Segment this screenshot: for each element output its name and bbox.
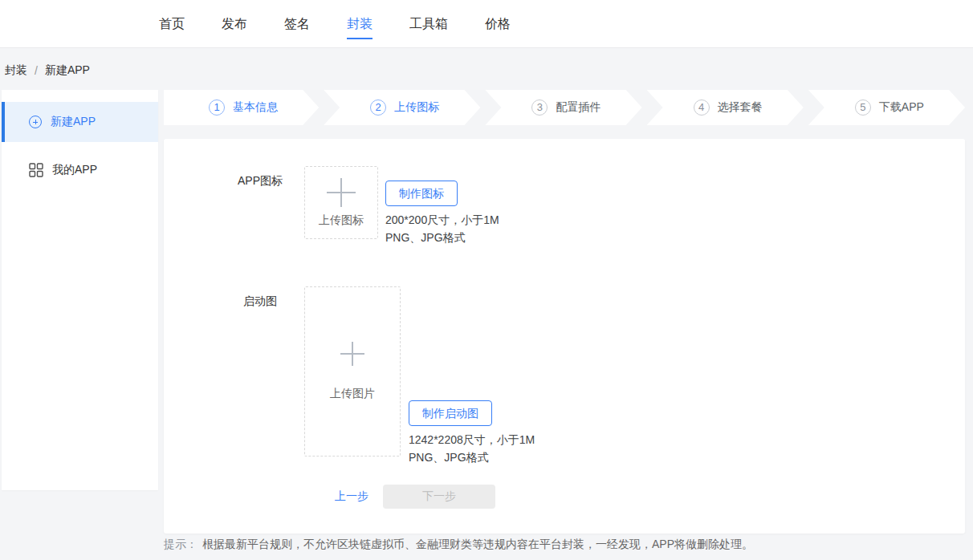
step-number-badge: 4 [694, 99, 710, 116]
app-icon-hint-size: 200*200尺寸，小于1M [385, 211, 499, 229]
upload-image-text: 上传图片 [330, 387, 375, 401]
nav-item-home[interactable]: 首页 [159, 16, 185, 33]
next-step-button[interactable]: 下一步 [383, 485, 495, 509]
breadcrumb-current: 新建APP [45, 63, 90, 78]
step-label: 选择套餐 [718, 100, 763, 115]
upload-icon-text: 上传图标 [319, 213, 364, 228]
plus-icon [327, 178, 356, 207]
splash-hint-format: PNG、JPG格式 [409, 448, 535, 466]
step-configure-plugin: 3 配置插件 [485, 90, 641, 125]
step-number-badge: 1 [209, 99, 225, 116]
splash-hint: 1242*2208尺寸，小于1M PNG、JPG格式 [409, 431, 535, 466]
splash-label: 启动图 [234, 294, 286, 309]
app-icon-label: APP图标 [234, 174, 286, 189]
step-number-badge: 3 [531, 99, 548, 116]
breadcrumb-separator: / [35, 64, 38, 77]
splash-upload-box[interactable]: 上传图片 [304, 286, 401, 457]
step-download-app: 5 下载APP [808, 90, 965, 125]
circle-plus-icon [29, 116, 42, 128]
sidebar-item-label: 我的APP [52, 163, 97, 177]
prev-step-link[interactable]: 上一步 [335, 489, 368, 504]
nav-item-package[interactable]: 封装 [347, 16, 373, 33]
step-label: 上传图标 [394, 100, 439, 115]
footer-tip: 提示：根据最新平台规则，不允许区块链虚拟币、金融理财类等违规内容在平台封装，一经… [164, 538, 753, 552]
step-select-plan: 4 选择套餐 [647, 90, 804, 125]
top-header: 首页 发布 签名 封装 工具箱 价格 [0, 0, 973, 48]
sidebar-item-label: 新建APP [51, 115, 96, 129]
sidebar: 新建APP 我的APP [2, 90, 158, 490]
make-splash-button[interactable]: 制作启动图 [409, 400, 492, 426]
nav-item-toolbox[interactable]: 工具箱 [409, 16, 448, 33]
app-icon-upload-box[interactable]: 上传图标 [304, 166, 378, 239]
main-nav: 首页 发布 签名 封装 工具箱 价格 [159, 0, 511, 48]
nav-item-sign[interactable]: 签名 [284, 16, 310, 33]
step-label: 下载APP [879, 100, 924, 115]
form-panel: APP图标 上传图标 制作图标 200*200尺寸，小于1M PNG、JPG格式… [164, 139, 965, 534]
footer-tip-label: 提示： [164, 538, 197, 550]
app-icon-hint-format: PNG、JPG格式 [385, 229, 499, 246]
footer-tip-text: 根据最新平台规则，不允许区块链虚拟币、金融理财类等违规内容在平台封装，一经发现，… [202, 538, 753, 550]
plus-icon [340, 342, 364, 366]
wizard-actions: 上一步 下一步 [335, 485, 495, 509]
step-wizard: 1 基本信息 2 上传图标 3 配置插件 4 选择套餐 5 下载APP [164, 90, 965, 125]
make-icon-button[interactable]: 制作图标 [385, 181, 458, 206]
app-icon-hint: 200*200尺寸，小于1M PNG、JPG格式 [385, 211, 499, 246]
step-number-badge: 5 [855, 99, 871, 116]
nav-item-price[interactable]: 价格 [485, 16, 511, 33]
step-number-badge: 2 [370, 99, 386, 116]
breadcrumb: 封装 / 新建APP [5, 63, 90, 78]
sidebar-item-new-app[interactable]: 新建APP [2, 102, 158, 142]
step-label: 基本信息 [233, 100, 278, 115]
nav-item-publish[interactable]: 发布 [222, 16, 247, 33]
app-packaging-page: 首页 发布 签名 封装 工具箱 价格 封装 / 新建APP 新建APP [0, 0, 973, 560]
sidebar-item-my-app[interactable]: 我的APP [2, 150, 158, 190]
grid-icon [29, 163, 43, 177]
step-label: 配置插件 [556, 100, 600, 115]
main-area: 1 基本信息 2 上传图标 3 配置插件 4 选择套餐 5 下载APP [164, 90, 965, 534]
breadcrumb-parent[interactable]: 封装 [5, 63, 27, 78]
splash-hint-size: 1242*2208尺寸，小于1M [409, 431, 535, 448]
step-basic-info[interactable]: 1 基本信息 [164, 90, 319, 125]
step-upload-icon[interactable]: 2 上传图标 [324, 90, 480, 125]
